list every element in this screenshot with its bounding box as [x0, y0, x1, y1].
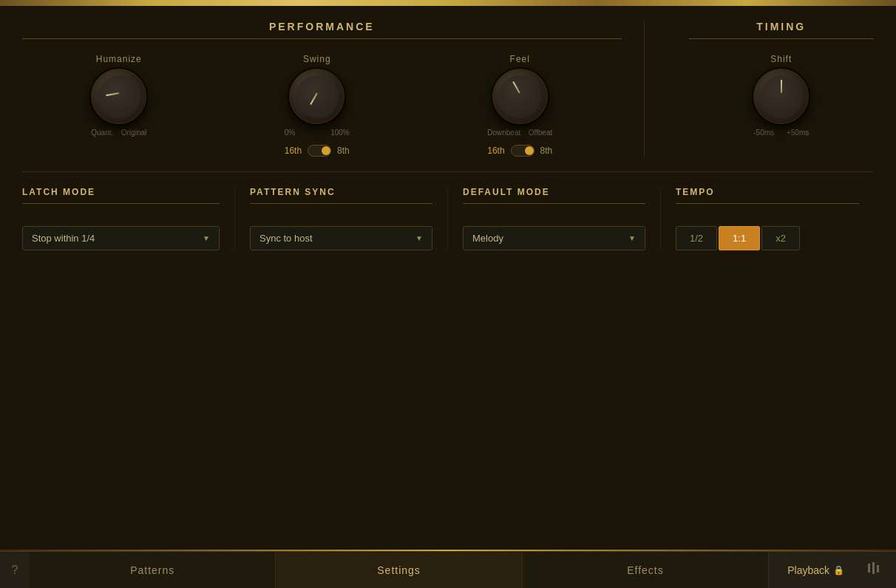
feel-toggle-switch[interactable] — [511, 145, 534, 157]
feel-toggle-right: 8th — [540, 146, 553, 156]
pattern-sync-value: Sync to host — [259, 233, 313, 244]
tab-settings[interactable]: Settings — [276, 552, 522, 588]
tab-patterns[interactable]: Patterns — [30, 552, 276, 588]
humanize-indicator — [106, 92, 119, 96]
footer: ? Patterns Settings Effects Playback 🔒 — [0, 551, 896, 588]
tempo-section: TEMPO 1/2 1:1 x2 — [661, 187, 874, 250]
svg-rect-0 — [868, 564, 870, 572]
feel-range: Downbeat Offbeat — [487, 129, 552, 137]
bottom-divider — [22, 171, 874, 172]
feel-range-right: Offbeat — [529, 129, 553, 137]
swing-knob-inner — [296, 75, 339, 118]
tab-effects[interactable]: Effects — [523, 552, 769, 588]
svg-rect-1 — [872, 562, 875, 574]
tempo-title: TEMPO — [676, 187, 859, 197]
lock-icon: 🔒 — [833, 565, 844, 575]
default-mode-section: DEFAULT MODE Melody ▼ — [448, 187, 661, 250]
humanize-label: Humanize — [96, 54, 142, 64]
latch-mode-divider — [22, 203, 220, 204]
feel-knob-inner — [498, 75, 541, 118]
humanize-range-right: Original — [121, 129, 146, 137]
content-area: PERFORMANCE Humanize Quant. Original — [0, 6, 896, 550]
default-mode-arrow: ▼ — [628, 234, 636, 242]
timing-title: TIMING — [689, 21, 875, 33]
shift-label: Shift — [770, 54, 792, 64]
swing-range-left: 0% — [285, 129, 295, 137]
pattern-sync-section: PATTERN SYNC Sync to host ▼ — [235, 187, 448, 250]
help-icon: ? — [12, 564, 18, 577]
feel-knob[interactable] — [492, 69, 548, 124]
shift-knob-inner — [760, 75, 803, 118]
tempo-one-one-button[interactable]: 1:1 — [719, 226, 760, 250]
swing-toggle-switch[interactable] — [308, 145, 331, 157]
performance-title: PERFORMANCE — [22, 21, 622, 33]
latch-mode-dropdown[interactable]: Stop within 1/4 ▼ — [22, 226, 220, 250]
tab-effects-label: Effects — [627, 564, 664, 576]
feel-toggle-left: 16th — [487, 146, 504, 156]
tempo-half-button[interactable]: 1/2 — [676, 226, 717, 250]
tempo-double-button[interactable]: x2 — [761, 226, 800, 250]
feel-toggle-row: 16th 8th — [487, 145, 552, 157]
swing-toggle-dot — [322, 146, 330, 155]
performance-knobs-layout: Humanize Quant. Original Swing — [22, 54, 622, 157]
humanize-knob[interactable] — [91, 69, 146, 124]
shift-range-right: +50ms — [787, 129, 809, 137]
timing-section: TIMING Shift -50ms +50ms — [667, 21, 875, 157]
top-sections-grid: PERFORMANCE Humanize Quant. Original — [22, 21, 874, 157]
timing-knob-layout: Shift -50ms +50ms — [689, 54, 875, 137]
performance-section: PERFORMANCE Humanize Quant. Original — [22, 21, 645, 157]
humanize-range: Quant. Original — [91, 129, 146, 137]
playback-tab[interactable]: Playback 🔒 — [776, 564, 855, 576]
swing-knob-group: Swing 0% 100% 16th — [285, 54, 350, 157]
swing-label: Swing — [303, 54, 331, 64]
feel-range-left: Downbeat — [487, 129, 520, 137]
tempo-divider — [676, 203, 859, 204]
footer-tabs: Patterns Settings Effects — [30, 552, 769, 588]
pattern-sync-divider — [250, 203, 432, 204]
playback-label: Playback — [787, 564, 829, 576]
latch-mode-section: LATCH MODE Stop within 1/4 ▼ — [22, 187, 235, 250]
shift-range: -50ms +50ms — [753, 129, 809, 137]
svg-rect-2 — [877, 565, 879, 572]
swing-toggle-left: 16th — [285, 146, 302, 156]
performance-divider — [22, 38, 622, 39]
feel-indicator — [512, 81, 520, 93]
swing-toggle-row: 16th 8th — [285, 145, 350, 157]
footer-right: Playback 🔒 — [769, 561, 896, 579]
swing-knob[interactable] — [289, 69, 345, 124]
default-mode-value: Melody — [472, 233, 503, 244]
mixer-icon[interactable] — [859, 561, 889, 579]
latch-mode-value: Stop within 1/4 — [32, 233, 95, 244]
pattern-sync-dropdown[interactable]: Sync to host ▼ — [250, 226, 432, 250]
feel-toggle-dot — [525, 146, 534, 155]
default-mode-dropdown[interactable]: Melody ▼ — [463, 226, 645, 250]
swing-range: 0% 100% — [285, 129, 350, 137]
bottom-sections: LATCH MODE Stop within 1/4 ▼ PATTERN SYN… — [22, 187, 874, 250]
tab-patterns-label: Patterns — [130, 564, 174, 576]
help-button[interactable]: ? — [0, 564, 30, 577]
shift-knob[interactable] — [753, 69, 809, 124]
tab-settings-label: Settings — [377, 564, 421, 576]
tempo-buttons: 1/2 1:1 x2 — [676, 226, 859, 250]
gold-border-top — [0, 0, 896, 6]
swing-indicator — [310, 92, 318, 105]
default-mode-title: DEFAULT MODE — [463, 187, 645, 197]
swing-toggle-right: 8th — [337, 146, 350, 156]
default-mode-divider — [463, 203, 645, 204]
swing-range-right: 100% — [330, 129, 350, 137]
feel-label: Feel — [510, 54, 530, 64]
timing-divider — [689, 38, 875, 39]
feel-knob-group: Feel Downbeat Offbeat 16th — [487, 54, 552, 157]
pattern-sync-title: PATTERN SYNC — [250, 187, 432, 197]
shift-indicator — [781, 80, 782, 93]
latch-mode-title: LATCH MODE — [22, 187, 220, 197]
pattern-sync-arrow: ▼ — [415, 234, 423, 242]
humanize-range-left: Quant. — [91, 129, 113, 137]
humanize-knob-inner — [98, 75, 140, 118]
shift-range-left: -50ms — [753, 129, 774, 137]
humanize-knob-group: Humanize Quant. Original — [91, 54, 146, 137]
latch-mode-arrow: ▼ — [203, 234, 210, 242]
shift-knob-group: Shift -50ms +50ms — [753, 54, 809, 137]
